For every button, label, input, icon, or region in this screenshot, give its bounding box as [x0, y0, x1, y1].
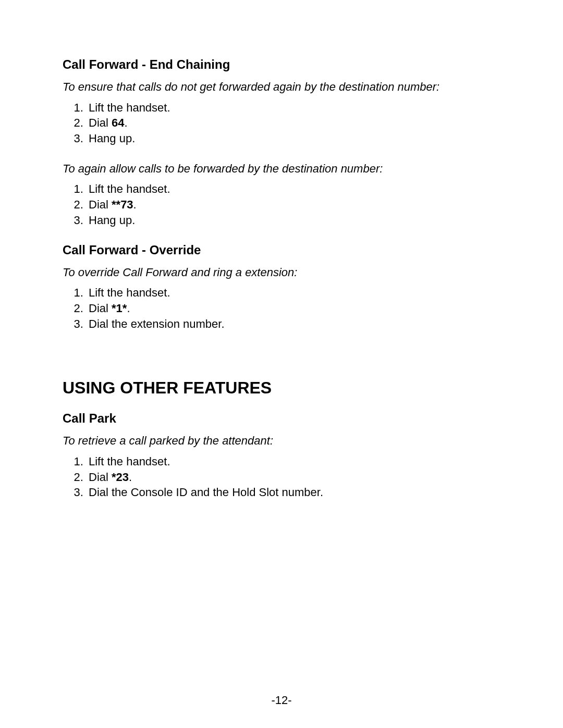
intro-override: To override Call Forward and ring a exte…	[63, 265, 495, 280]
step-text: .	[129, 471, 132, 484]
steps-end-chaining-2: Lift the handset. Dial **73. Hang up.	[63, 181, 495, 228]
step: Lift the handset.	[87, 100, 495, 116]
step: Lift the handset.	[87, 181, 495, 197]
intro-end-chaining-1: To ensure that calls do not get forwarde…	[63, 79, 495, 95]
step: Hang up.	[87, 213, 495, 228]
page-number: -12-	[0, 694, 563, 707]
steps-override: Lift the handset. Dial *1*. Dial the ext…	[63, 285, 495, 331]
step: Dial the Console ID and the Hold Slot nu…	[87, 485, 495, 500]
step: Hang up.	[87, 131, 495, 146]
dial-code: 64	[112, 116, 124, 129]
step: Dial *1*.	[87, 301, 495, 316]
step-text: Dial	[89, 471, 112, 484]
heading-end-chaining: Call Forward - End Chaining	[63, 57, 495, 72]
step-text: Dial	[89, 198, 112, 211]
step: Lift the handset.	[87, 454, 495, 470]
heading-override: Call Forward - Override	[63, 243, 495, 257]
intro-call-park: To retrieve a call parked by the attenda…	[63, 433, 495, 449]
steps-call-park: Lift the handset. Dial *23. Dial the Con…	[63, 454, 495, 500]
step: Dial *23.	[87, 470, 495, 485]
step: Dial the extension number.	[87, 316, 495, 332]
step-text: Dial	[89, 116, 112, 129]
step-text: Dial	[89, 302, 112, 315]
step-text: .	[125, 116, 128, 129]
dial-code: *23	[112, 471, 129, 484]
heading-call-park: Call Park	[63, 411, 495, 426]
step: Dial **73.	[87, 197, 495, 213]
steps-end-chaining-1: Lift the handset. Dial 64. Hang up.	[63, 100, 495, 146]
intro-end-chaining-2: To again allow calls to be forwarded by …	[63, 161, 495, 177]
step: Dial 64.	[87, 115, 495, 131]
dial-code: **73	[112, 198, 133, 211]
step-text: .	[133, 198, 137, 211]
heading-other-features: USING OTHER FEATURES	[63, 378, 495, 398]
page-content: Call Forward - End Chaining To ensure th…	[63, 57, 495, 500]
step-text: .	[127, 302, 130, 315]
step: Lift the handset.	[87, 285, 495, 301]
dial-code: *1*	[112, 302, 127, 315]
